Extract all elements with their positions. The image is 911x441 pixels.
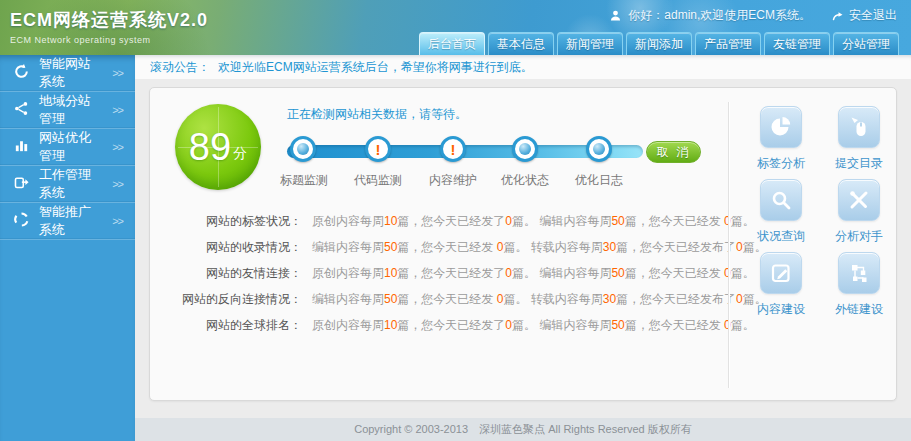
- step-label: 优化状态: [493, 172, 557, 189]
- tab-news-add[interactable]: 新闻添加: [626, 32, 692, 55]
- score-value: 89: [189, 126, 231, 169]
- stat-text: 原创内容每周10篇，您今天已经发了0篇。 编辑内容每周50篇，您今天已经发 0篇…: [312, 265, 755, 282]
- main-nav-tabs: 后台首页 基本信息 新闻管理 新闻添加 产品管理 友链管理 分站管理: [419, 32, 899, 55]
- refresh-icon: [13, 63, 30, 83]
- chevron-right-icon: >>: [112, 178, 123, 190]
- pie-chart-icon: [760, 106, 802, 148]
- warning-icon: !: [376, 142, 381, 157]
- action-label: 提交目录: [835, 155, 883, 172]
- action-label: 内容建设: [757, 301, 805, 318]
- tools-icon: [838, 179, 880, 221]
- stat-row-global-rank: 网站的全球排名： 原创内容每周10篇，您今天已经发了0篇。 编辑内容每周50篇，…: [150, 312, 726, 338]
- action-label: 分析对手: [835, 228, 883, 245]
- app-header: ECM网络运营系统V2.0 ECM Network operating syst…: [0, 0, 911, 55]
- sidebar-item-label: 工作管理系统: [39, 166, 103, 202]
- score-badge: 89 分: [175, 104, 261, 190]
- stat-label: 网站的标签状况：: [150, 213, 302, 230]
- site-stats-list: 网站的标签状况： 原创内容每周10篇，您今天已经发了0篇。 编辑内容每周50篇，…: [150, 208, 726, 338]
- logout-arrow-icon: [831, 10, 845, 22]
- tab-product-manage[interactable]: 产品管理: [695, 32, 761, 55]
- stat-row-friend-links: 网站的友情连接： 原创内容每周10篇，您今天已经发了0篇。 编辑内容每周50篇，…: [150, 260, 726, 286]
- stat-row-tags: 网站的标签状况： 原创内容每周10篇，您今天已经发了0篇。 编辑内容每周50篇，…: [150, 208, 726, 234]
- main-content: 滚动公告： 欢迎光临ECM网站运营系统后台，希望你将网事进行到底。 89 分 正…: [135, 55, 911, 441]
- cancel-button[interactable]: 取 消: [646, 141, 701, 163]
- user-greeting: 你好：admin,欢迎使用ECM系统。: [628, 7, 811, 24]
- app-title: ECM网络运营系统V2.0: [10, 8, 208, 32]
- sitemap-icon: [838, 252, 880, 294]
- step-label: 优化日志: [567, 172, 631, 189]
- quick-actions-grid: 标签分析 提交目录 状况查询 分析对手 内容建设: [742, 106, 898, 318]
- chevron-right-icon: >>: [112, 67, 123, 79]
- stat-text: 编辑内容每周50篇，您今天已经发 0篇。 转载内容每周30篇，您今天已经发布了0…: [312, 239, 767, 256]
- action-label: 状况查询: [757, 228, 805, 245]
- stat-text: 编辑内容每周50篇，您今天已经发 0篇。 转载内容每周30篇，您今天已经发布了0…: [312, 291, 767, 308]
- promote-icon: [13, 211, 30, 231]
- sphere-icon: [593, 143, 605, 155]
- action-content-building[interactable]: 内容建设: [757, 252, 805, 318]
- app-subtitle: ECM Network operating system: [10, 35, 208, 45]
- sphere-icon: [297, 143, 309, 155]
- sidebar-item-label: 智能网站系统: [39, 55, 103, 91]
- stat-text: 原创内容每周10篇，您今天已经发了0篇。 编辑内容每周50篇，您今天已经发 0篇…: [312, 317, 755, 334]
- tab-home[interactable]: 后台首页: [419, 32, 485, 55]
- step-label: 内容维护: [421, 172, 485, 189]
- tab-news-manage[interactable]: 新闻管理: [557, 32, 623, 55]
- chevron-right-icon: >>: [112, 104, 123, 116]
- monitor-panel: 89 分 正在检测网站相关数据，请等待。 ! ! 标题监测 代码监测 内容维护 …: [149, 87, 897, 401]
- step-node-title-monitor: [290, 136, 316, 162]
- app-logo: ECM网络运营系统V2.0 ECM Network operating syst…: [10, 8, 208, 45]
- action-label: 标签分析: [757, 155, 805, 172]
- step-node-optimize-log: [586, 136, 612, 162]
- sidebar-item-seo-manage[interactable]: 网站优化管理 >>: [0, 129, 135, 166]
- export-icon: [13, 174, 30, 194]
- chevron-right-icon: >>: [112, 215, 123, 227]
- tab-basic-info[interactable]: 基本信息: [488, 32, 554, 55]
- scan-status-message: 正在检测网站相关数据，请等待。: [287, 106, 467, 123]
- stat-row-backlinks: 网站的反向连接情况： 编辑内容每周50篇，您今天已经发 0篇。 转载内容每周30…: [150, 286, 726, 312]
- chevron-right-icon: >>: [112, 141, 123, 153]
- user-icon: [609, 9, 622, 22]
- stat-label: 网站的收录情况：: [150, 239, 302, 256]
- sidebar-item-smart-website[interactable]: 智能网站系统 >>: [0, 55, 135, 92]
- action-tag-analysis[interactable]: 标签分析: [757, 106, 805, 172]
- step-node-code-monitor: !: [365, 136, 391, 162]
- panel-divider: [728, 102, 729, 388]
- announcement-text: 欢迎光临ECM网站运营系统后台，希望你将网事进行到底。: [218, 59, 533, 76]
- announcement-bar: 滚动公告： 欢迎光临ECM网站运营系统后台，希望你将网事进行到底。: [135, 55, 911, 79]
- sphere-icon: [519, 143, 531, 155]
- sidebar-item-smart-promotion[interactable]: 智能推广系统 >>: [0, 203, 135, 240]
- sidebar-item-label: 地域分站管理: [39, 92, 103, 128]
- edit-icon: [760, 252, 802, 294]
- stat-label: 网站的友情连接：: [150, 265, 302, 282]
- stat-row-indexing: 网站的收录情况： 编辑内容每周50篇，您今天已经发 0篇。 转载内容每周30篇，…: [150, 234, 726, 260]
- sidebar-item-region-subsite[interactable]: 地域分站管理 >>: [0, 92, 135, 129]
- announcement-label: 滚动公告：: [150, 59, 210, 76]
- stat-label: 网站的反向连接情况：: [150, 291, 302, 308]
- user-bar: 你好：admin,欢迎使用ECM系统。 安全退出: [609, 7, 897, 24]
- tab-subsite-manage[interactable]: 分站管理: [833, 32, 899, 55]
- action-external-links[interactable]: 外链建设: [835, 252, 883, 318]
- stat-label: 网站的全球排名：: [150, 317, 302, 334]
- action-submit-directory[interactable]: 提交目录: [835, 106, 883, 172]
- step-label: 标题监测: [272, 172, 336, 189]
- stat-text: 原创内容每周10篇，您今天已经发了0篇。 编辑内容每周50篇，您今天已经发 0篇…: [312, 213, 755, 230]
- footer-copyright: Copyright © 2003-2013 深圳蓝色聚点 All Rights …: [135, 418, 911, 441]
- score-unit: 分: [233, 145, 247, 163]
- sidebar: 智能网站系统 >> 地域分站管理 >> 网站优化管理 >> 工作管理系统 >> …: [0, 55, 135, 441]
- sidebar-item-label: 智能推广系统: [39, 203, 103, 239]
- sidebar-item-work-manage[interactable]: 工作管理系统 >>: [0, 166, 135, 203]
- bar-chart-icon: [13, 137, 30, 157]
- mouse-icon: [838, 106, 880, 148]
- action-label: 外链建设: [835, 301, 883, 318]
- warning-icon: !: [451, 142, 456, 157]
- step-node-optimize-status: [512, 136, 538, 162]
- action-analyze-competitors[interactable]: 分析对手: [835, 179, 883, 245]
- sidebar-item-label: 网站优化管理: [39, 129, 103, 165]
- tab-links-manage[interactable]: 友链管理: [764, 32, 830, 55]
- network-icon: [13, 100, 30, 120]
- logout-label: 安全退出: [849, 7, 897, 24]
- step-node-content-maintain: !: [440, 136, 466, 162]
- search-icon: [760, 179, 802, 221]
- logout-button[interactable]: 安全退出: [831, 7, 897, 24]
- action-status-query[interactable]: 状况查询: [757, 179, 805, 245]
